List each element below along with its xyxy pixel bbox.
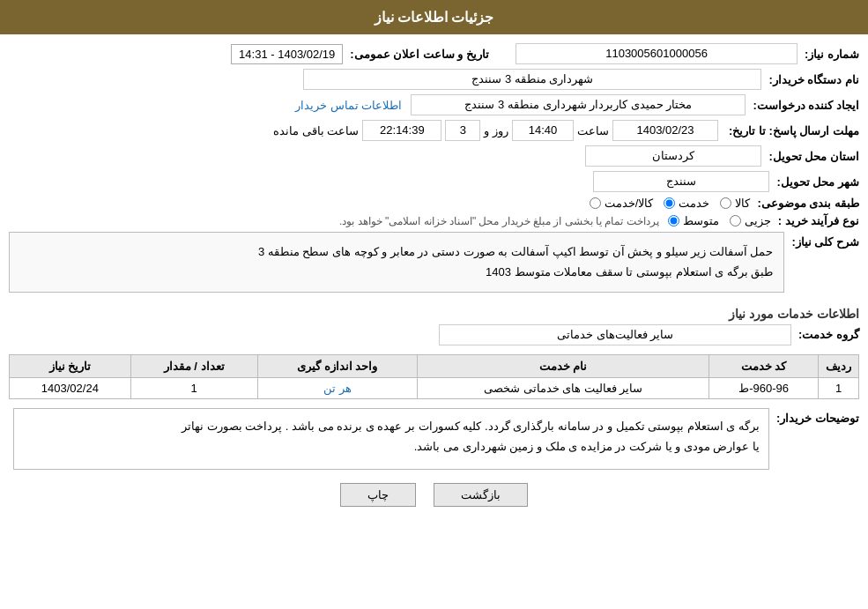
content-area: شماره نیاز: 1103005601000056 تاریخ و ساع…: [0, 43, 868, 507]
radio-khadamat-input[interactable]: [664, 197, 675, 209]
table-section: ردیف کد خدمت نام خدمت واحد اندازه گیری ت…: [9, 354, 859, 399]
radio-khadamat: خدمت: [664, 197, 709, 210]
kala-khadamat-label: کالا/خدمت: [605, 197, 654, 210]
tarikh-saat-label: تاریخ و ساعت اعلان عمومی:: [343, 48, 489, 61]
radio-motevasset-input[interactable]: [668, 215, 679, 227]
cell-kod: 960-96-ط: [709, 377, 819, 398]
shomare-niaz-label: شماره نیاز:: [798, 48, 859, 61]
tosihaat-content: برگه ی استعلام بپوستی تکمیل و در سامانه …: [182, 420, 760, 453]
tosihaat-text: برگه ی استعلام بپوستی تکمیل و در سامانه …: [13, 408, 769, 470]
sharh-content: حمل آسفالت زیر سیلو و پخش آن توسط اکیپ آ…: [258, 245, 773, 279]
cell-nam: سایر فعالیت های خدماتی شخصی: [418, 377, 709, 398]
shahr-value: سنندج: [593, 171, 769, 192]
table-row: 1 960-96-ط سایر فعالیت های خدماتی شخصی ه…: [10, 377, 859, 398]
th-nam: نام خدمت: [418, 354, 709, 377]
th-kod: کد خدمت: [709, 354, 819, 377]
radio-kala-input[interactable]: [720, 197, 731, 209]
row-goroh: گروه خدمت: سایر فعالیت‌های خدماتی: [9, 324, 859, 345]
sharh-label: شرح کلی نیاز:: [784, 235, 859, 249]
row-shahr: شهر محل تحویل: سنندج: [9, 171, 859, 192]
header-bar: جزئیات اطلاعات نیاز: [0, 0, 868, 34]
cell-tedad: 1: [130, 377, 257, 398]
roz-label: روز و: [484, 124, 508, 137]
ijad-value: مختار حمیدی کاربردار شهرداری منطقه 3 سنن…: [411, 94, 746, 115]
row-sharh: شرح کلی نیاز: حمل آسفالت زیر سیلو و پخش …: [9, 232, 859, 300]
shomare-niaz-value: 1103005601000056: [516, 43, 798, 64]
sharh-text: حمل آسفالت زیر سیلو و پخش آن توسط اکیپ آ…: [9, 232, 784, 293]
page-container: جزئیات اطلاعات نیاز شماره نیاز: 11030056…: [0, 0, 868, 609]
remaining-label: ساعت باقی مانده: [273, 124, 359, 137]
th-radif: ردیف: [819, 354, 859, 377]
tosihaat-label: توضیحات خریدار:: [769, 412, 859, 425]
row-namdastgah: نام دستگاه خریدار: شهرداری منطقه 3 سنندج: [9, 69, 859, 90]
mohlat-roz: 3: [445, 120, 480, 141]
kala-label: کالا: [735, 197, 750, 210]
khadamat-label: خدمت: [679, 197, 709, 210]
farayand-radio-group: متوسط جزیی: [668, 214, 771, 227]
row-tosihaat: توضیحات خریدار: برگه ی استعلام بپوستی تک…: [9, 408, 859, 470]
ostan-label: استان محل تحویل:: [761, 150, 859, 163]
cell-vahed[interactable]: هر تن: [257, 377, 417, 398]
row-shomare-tarikh: شماره نیاز: 1103005601000056 تاریخ و ساع…: [9, 43, 859, 64]
services-table: ردیف کد خدمت نام خدمت واحد اندازه گیری ت…: [9, 354, 859, 399]
goroh-label: گروه خدمت:: [791, 328, 859, 341]
row-mohlat: مهلت ارسال پاسخ: تا تاریخ: 1403/02/23 سا…: [9, 120, 859, 141]
cell-tarikh: 1403/02/24: [10, 377, 131, 398]
shahr-label: شهر محل تحویل:: [769, 175, 859, 189]
mohlat-label: مهلت ارسال پاسخ: تا تاریخ:: [718, 124, 859, 137]
row-ijad: ایجاد کننده درخواست: مختار حمیدی کاربردا…: [9, 94, 859, 115]
bazgasht-button[interactable]: بازگشت: [434, 483, 528, 507]
tabaqe-radio-group: کالا/خدمت خدمت کالا: [590, 197, 751, 210]
buttons-row: بازگشت چاپ: [9, 483, 859, 507]
jazei-label: جزیی: [745, 214, 771, 227]
namdastgah-value: شهرداری منطقه 3 سنندج: [303, 69, 761, 90]
mohlat-date: 1403/02/23: [612, 120, 718, 141]
tabaqe-label: طبقه بندی موضوعی:: [750, 197, 859, 210]
radio-kala-khadamat-input[interactable]: [590, 197, 601, 209]
th-tarikh: تاریخ نیاز: [10, 354, 131, 377]
radio-jazei: جزیی: [730, 214, 771, 227]
khadamat-section-title: اطلاعات خدمات مورد نیاز: [9, 307, 859, 321]
etela-link[interactable]: اطلاعات تماس خریدار: [295, 99, 402, 112]
th-tedad: تعداد / مقدار: [130, 354, 257, 377]
mohlat-saat: 14:40: [512, 120, 574, 141]
farayand-label: نوع فرآیند خرید :: [771, 214, 859, 227]
row-tabaqe: طبقه بندی موضوعی: کالا/خدمت خدمت کالا: [9, 197, 859, 210]
radio-motevasset: متوسط: [668, 214, 719, 227]
radio-kala: کالا: [720, 197, 750, 210]
radio-kala-khadamat: کالا/خدمت: [590, 197, 654, 210]
namdastgah-label: نام دستگاه خریدار:: [761, 73, 859, 86]
radio-jazei-input[interactable]: [730, 215, 741, 227]
ijad-label: ایجاد کننده درخواست:: [746, 99, 859, 112]
goroh-value: سایر فعالیت‌های خدماتی: [439, 324, 791, 345]
row-ostan: استان محل تحویل: کردستان: [9, 145, 859, 167]
chap-button[interactable]: چاپ: [340, 483, 416, 507]
cell-radif: 1: [819, 377, 859, 398]
header-title: جزئیات اطلاعات نیاز: [375, 10, 494, 25]
th-vahed: واحد اندازه گیری: [257, 354, 417, 377]
ostan-value: کردستان: [585, 145, 761, 167]
motevasset-label: متوسط: [683, 214, 719, 227]
tarikh-saat-value: 1403/02/19 - 14:31: [231, 44, 343, 64]
row-farayand: نوع فرآیند خرید : متوسط جزیی پرداخت تمام…: [9, 214, 859, 227]
saat-label: ساعت: [577, 124, 609, 137]
farayand-note: پرداخت تمام یا بخشی از مبلغ خریدار محل "…: [339, 215, 659, 227]
mohlat-remaining: 22:14:39: [362, 120, 441, 141]
